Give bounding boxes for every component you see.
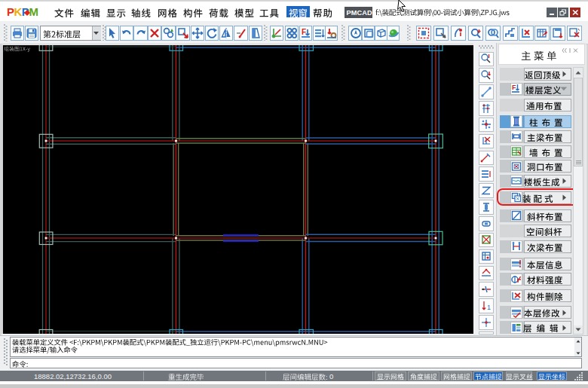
- svg-text:1: 1: [487, 304, 491, 311]
- svg-text:F: F: [512, 84, 516, 91]
- svg-text:F: F: [302, 28, 306, 36]
